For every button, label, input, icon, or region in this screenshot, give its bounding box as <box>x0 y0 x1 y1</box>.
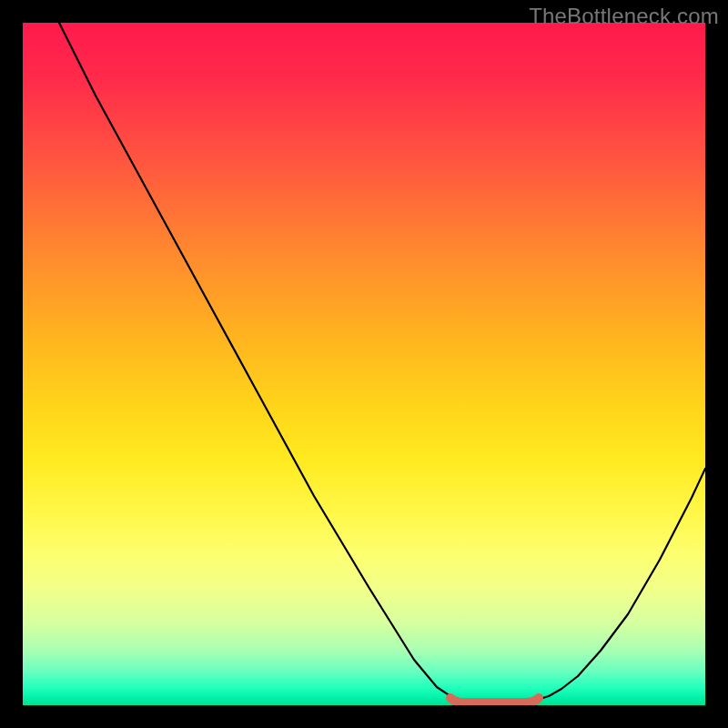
optimal-range-marker <box>450 698 539 703</box>
bottleneck-curve <box>59 23 705 703</box>
curve-svg <box>23 23 705 705</box>
plot-area <box>23 23 705 705</box>
chart-frame: TheBottleneck.com <box>0 0 728 728</box>
watermark-label: TheBottleneck.com <box>529 4 719 29</box>
